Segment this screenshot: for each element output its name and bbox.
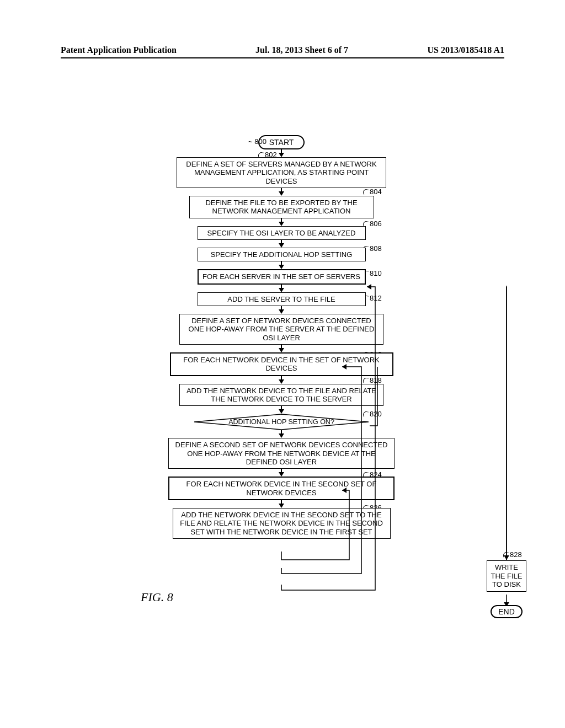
side-group: 828 WRITE THE FILE TO DISK END: [487, 560, 526, 618]
header-center: Jul. 18, 2013 Sheet 6 of 7: [255, 45, 348, 55]
ref-800: ~ 800: [248, 137, 266, 146]
ref-820: 820: [370, 410, 382, 418]
step-810: FOR EACH SERVER IN THE SET OF SERVERS: [198, 269, 366, 284]
arrow-icon: [279, 222, 284, 226]
figure-caption: FIG. 8: [141, 590, 173, 604]
step-812: ADD THE SERVER TO THE FILE: [198, 292, 366, 306]
arrow-icon: [279, 191, 284, 196]
arrow-icon: [279, 243, 284, 248]
step-824: FOR EACH NETWORK DEVICE IN THE SECOND SE…: [168, 477, 395, 500]
step-802: DEFINE A SET OF SERVERS MANAGED BY A NET…: [177, 157, 386, 188]
arrow-icon: [279, 472, 284, 477]
arrow-icon: [279, 288, 284, 292]
arrow-icon: [279, 348, 284, 352]
ref-810: 810: [370, 269, 382, 277]
step-826: ADD THE NETWORK DEVICE IN THE SECOND SET…: [173, 508, 391, 539]
header-right: US 2013/0185418 A1: [427, 45, 504, 55]
arrow-icon: [279, 379, 284, 384]
arrow-icon: [279, 433, 284, 438]
step-816: FOR EACH NETWORK DEVICE IN THE SET OF NE…: [170, 352, 393, 376]
ref-808: 808: [370, 244, 382, 253]
page-header: Patent Application Publication Jul. 18, …: [61, 45, 504, 55]
arrow-icon: [279, 309, 284, 314]
flowchart: START ~ 800 802 DEFINE A SET OF SERVERS …: [105, 135, 458, 539]
decision-820: ADDITIONAL HOP SETTING ON?: [193, 414, 370, 430]
step-806: SPECIFY THE OSI LAYER TO BE ANALYZED: [198, 226, 366, 240]
header-left: Patent Application Publication: [61, 45, 177, 55]
step-822: DEFINE A SECOND SET OF NETWORK DEVICES C…: [168, 438, 395, 469]
step-804: DEFINE THE FILE TO BE EXPORTED BY THE NE…: [189, 196, 374, 218]
page: Patent Application Publication Jul. 18, …: [0, 0, 565, 728]
step-808: SPECIFY THE ADDITIONAL HOP SETTING: [198, 248, 366, 261]
step-818: ADD THE NETWORK DEVICE TO THE FILE AND R…: [179, 384, 383, 406]
header-rule: [61, 57, 504, 58]
arrow-icon: [279, 504, 284, 508]
ref-828: 828: [510, 550, 522, 559]
step-828: WRITE THE FILE TO DISK: [487, 560, 526, 592]
step-814: DEFINE A SET OF NETWORK DEVICES CONNECTE…: [179, 314, 383, 345]
arrow-icon: [279, 265, 284, 269]
ref-812: 812: [370, 294, 382, 302]
end-terminal: END: [491, 605, 523, 618]
arrow-icon: [279, 153, 284, 157]
arrow-icon: [279, 409, 284, 414]
ref-804: 804: [370, 188, 382, 196]
ref-806: 806: [370, 220, 382, 228]
